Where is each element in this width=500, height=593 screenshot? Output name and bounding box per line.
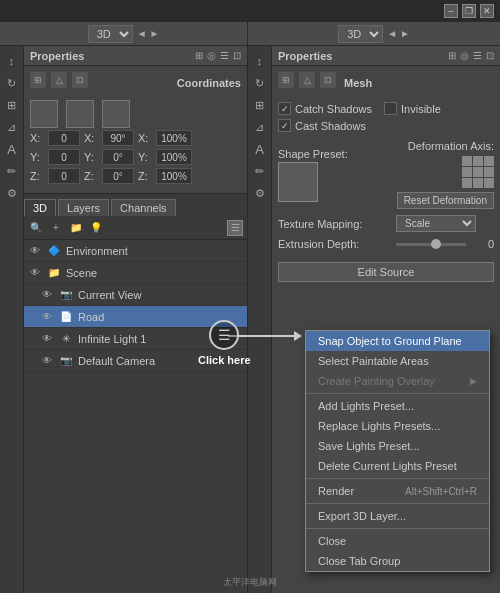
light-vis-icon[interactable]: 👁 (40, 332, 54, 346)
catch-shadows-checkbox[interactable] (278, 102, 291, 115)
r-scale-icon[interactable]: ⊞ (251, 96, 269, 114)
menu-save-lights[interactable]: Save Lights Preset... (306, 436, 489, 456)
left-icon2[interactable]: ◎ (207, 50, 216, 61)
light-icon[interactable]: 💡 (88, 220, 104, 236)
shape-preset-thumbnail[interactable] (278, 162, 318, 202)
close-tab-group-label: Close Tab Group (318, 555, 400, 567)
select-tool-icon[interactable]: ⊿ (3, 118, 21, 136)
rotate-tool-icon[interactable]: ↻ (3, 74, 21, 92)
view-vis-icon[interactable]: 👁 (40, 288, 54, 302)
scene-vis-icon[interactable]: 👁 (28, 266, 42, 280)
layer-environment[interactable]: 👁 🔷 Environment (24, 240, 247, 262)
d7 (462, 178, 472, 188)
text-tool-icon[interactable]: A (3, 140, 21, 158)
d5 (473, 167, 483, 177)
menu-export-3d[interactable]: Export 3D Layer... (306, 506, 489, 526)
zr-axis-label: Z: (84, 170, 98, 182)
tab-3d[interactable]: 3D (24, 199, 56, 216)
scene-layer-name: Scene (66, 267, 243, 279)
left-panel-arrows: ◄ ► (137, 28, 160, 39)
x-scale-input[interactable] (156, 130, 192, 146)
r-icon1[interactable]: ⊞ (448, 50, 456, 61)
menu-close[interactable]: Close (306, 531, 489, 551)
close-button[interactable]: ✕ (480, 4, 494, 18)
r-select-icon[interactable]: ⊿ (251, 118, 269, 136)
menu-render[interactable]: Render Alt+Shift+Ctrl+R (306, 481, 489, 501)
r-pen-icon[interactable]: ✏ (251, 162, 269, 180)
move-tool-icon[interactable]: ↕ (3, 52, 21, 70)
menu-snap-object[interactable]: Snap Object to Ground Plane (306, 331, 489, 351)
r-icon2[interactable]: ◎ (460, 50, 469, 61)
add-icon[interactable]: + (48, 220, 64, 236)
tab-layers[interactable]: Layers (58, 199, 109, 216)
r-icon3[interactable]: ☰ (473, 50, 482, 61)
layer-scene[interactable]: 👁 📁 Scene (24, 262, 247, 284)
light-type-icon: ✳ (58, 331, 74, 347)
texture-mapping-select[interactable]: Scale (396, 215, 476, 232)
left-icon4[interactable]: ⊡ (233, 50, 241, 61)
replace-lights-label: Replace Lights Presets... (318, 420, 440, 432)
folder-icon[interactable]: 📁 (68, 220, 84, 236)
shape-deform-row: Shape Preset: Deformation Axis: (278, 140, 494, 209)
coord-icon3[interactable]: ⊡ (72, 72, 88, 88)
mesh-icon3[interactable]: ⊡ (320, 72, 336, 88)
edit-source-button[interactable]: Edit Source (278, 262, 494, 282)
menu-add-lights[interactable]: Add Lights Preset... (306, 396, 489, 416)
z-scale-input[interactable] (156, 168, 192, 184)
reset-deformation-button[interactable]: Reset Deformation (397, 192, 494, 209)
r-icon4[interactable]: ⊡ (486, 50, 494, 61)
settings-tool-icon[interactable]: ⚙ (3, 184, 21, 202)
r-settings-icon[interactable]: ⚙ (251, 184, 269, 202)
slider-thumb (431, 239, 441, 249)
z-rotation-input[interactable] (102, 168, 134, 184)
y-rotation-input[interactable] (102, 149, 134, 165)
cast-shadows-checkbox[interactable] (278, 119, 291, 132)
coord-icon2[interactable]: △ (51, 72, 67, 88)
menu-close-tab-group[interactable]: Close Tab Group (306, 551, 489, 571)
mesh-icon1[interactable]: ⊞ (278, 72, 294, 88)
minimize-button[interactable]: – (444, 4, 458, 18)
filter-icon[interactable]: 🔍 (28, 220, 44, 236)
menu-replace-lights[interactable]: Replace Lights Presets... (306, 416, 489, 436)
y-position-input[interactable] (48, 149, 80, 165)
pen-tool-icon[interactable]: ✏ (3, 162, 21, 180)
mesh-icon2[interactable]: △ (299, 72, 315, 88)
left-3d-select[interactable]: 3D (88, 25, 133, 43)
cam-vis-icon[interactable]: 👁 (40, 354, 54, 368)
extrusion-slider[interactable] (396, 243, 466, 246)
invisible-checkbox[interactable] (384, 102, 397, 115)
road-type-icon: 📄 (58, 309, 74, 325)
maximize-button[interactable]: ❐ (462, 4, 476, 18)
left-icon1[interactable]: ⊞ (195, 50, 203, 61)
r-text-icon[interactable]: A (251, 140, 269, 158)
env-vis-icon[interactable]: 👁 (28, 244, 42, 258)
mesh-header: ⊞ △ ⊡ Mesh (278, 72, 494, 94)
layer-current-view[interactable]: 👁 📷 Current View (24, 284, 247, 306)
r-rotate-icon[interactable]: ↻ (251, 74, 269, 92)
r-move-icon[interactable]: ↕ (251, 52, 269, 70)
d4 (462, 167, 472, 177)
x-position-input[interactable] (48, 130, 80, 146)
z-position-input[interactable] (48, 168, 80, 184)
x-rotation-input[interactable] (102, 130, 134, 146)
tab-channels[interactable]: Channels (111, 199, 175, 216)
mesh-prop-icons: ⊞ △ ⊡ (278, 72, 336, 88)
layers-menu-icon[interactable]: ☰ (227, 220, 243, 236)
scale-tool-icon[interactable]: ⊞ (3, 96, 21, 114)
add-lights-label: Add Lights Preset... (318, 400, 414, 412)
road-vis-icon[interactable]: 👁 (40, 310, 54, 324)
y-scale-input[interactable] (156, 149, 192, 165)
right-3d-select[interactable]: 3D (338, 25, 383, 43)
menu-select-paintable[interactable]: Select Paintable Areas (306, 351, 489, 371)
menu-delete-lights[interactable]: Delete Current Lights Preset (306, 456, 489, 476)
right-panel-arrows: ◄ ► (387, 28, 410, 39)
left-icon3[interactable]: ☰ (220, 50, 229, 61)
close-label: Close (318, 535, 346, 547)
coord-icon1[interactable]: ⊞ (30, 72, 46, 88)
create-painting-label: Create Painting Overlay (318, 375, 435, 387)
select-paintable-label: Select Paintable Areas (318, 355, 429, 367)
render-label: Render (318, 485, 354, 497)
invisible-label: Invisible (401, 103, 441, 115)
layers-panel: 3D Layers Channels 🔍 + 📁 💡 ☰ (24, 194, 247, 593)
cast-shadows-row: Cast Shadows (278, 119, 494, 132)
